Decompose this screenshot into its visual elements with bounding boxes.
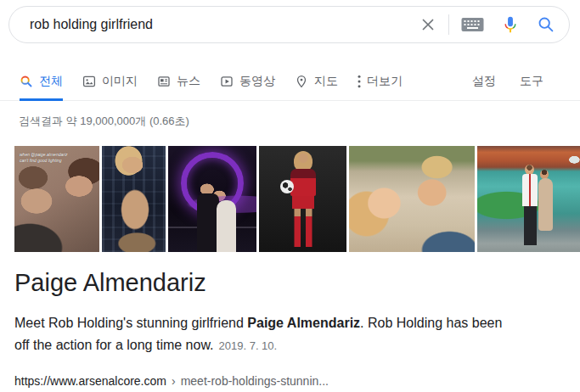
tab-more[interactable]: 더보기 — [358, 65, 403, 100]
tab-label: 동영상 — [239, 74, 275, 89]
breadcrumb-chevron: › — [172, 374, 176, 388]
tab-label: 지도 — [314, 74, 338, 89]
man-white-shirt-red-tie — [522, 174, 538, 206]
tab-label: 더보기 — [367, 74, 403, 89]
image-thumbnail-blonde-sitting[interactable] — [102, 146, 166, 252]
settings-link[interactable]: 설정 — [472, 74, 496, 92]
divider — [448, 14, 449, 35]
image-thumbnail-beach-selfie[interactable] — [349, 146, 475, 252]
image-thumbnail-red-soccer-kit[interactable] — [259, 146, 346, 252]
search-icon — [20, 75, 33, 88]
search-submit-icon[interactable] — [537, 15, 555, 34]
search-bar: rob holding girlfriend — [8, 6, 570, 43]
man-dark-trousers — [524, 206, 537, 245]
result-date: 2019. 7. 10. — [219, 339, 278, 352]
player-jersey — [290, 169, 316, 196]
image-results-strip: when @paige.almendariz can't find good l… — [14, 146, 580, 252]
tab-label: 전체 — [39, 74, 63, 89]
tab-videos[interactable]: 동영상 — [220, 65, 275, 100]
image-thumbnail-london-eye-couple[interactable] — [168, 146, 256, 252]
snippet-text: off the action for a long time now. — [14, 338, 214, 352]
result-snippet: Meet Rob Holding's stunning girlfriend P… — [14, 312, 571, 357]
keyboard-icon[interactable] — [461, 17, 484, 32]
player-shorts — [292, 196, 314, 209]
tab-all[interactable]: 전체 — [20, 65, 63, 100]
google-search-results-page: rob holding girlfriend — [0, 0, 580, 392]
image-thumbnail-couple-selfie[interactable]: when @paige.almendariz can't find good l… — [14, 146, 99, 252]
microphone-icon[interactable] — [501, 15, 520, 34]
result-type-tabs: 전체 이미지 뉴스 동영상 지도 — [0, 65, 580, 101]
result-stats: 검색결과 약 19,000,000개 (0.66초) — [19, 114, 189, 129]
result-url-breadcrumb[interactable]: https://www.arsenalcore.com›meet-rob-hol… — [14, 374, 329, 388]
image-icon — [82, 75, 96, 88]
tab-label: 이미지 — [102, 74, 138, 89]
result-title[interactable]: Paige Almendariz — [14, 268, 206, 297]
url-path: meet-rob-holdings-stunnin... — [181, 374, 329, 388]
tab-maps[interactable]: 지도 — [295, 65, 338, 100]
snippet-text: Meet Rob Holding's stunning girlfriend — [14, 316, 247, 330]
snippet-bold-text: Paige Almendariz — [247, 316, 360, 330]
player-socks — [294, 216, 312, 247]
tab-images[interactable]: 이미지 — [82, 65, 138, 100]
woman-white-coat — [217, 200, 236, 252]
search-bar-icons — [420, 14, 555, 35]
snippet-text: . Rob Holding has been — [360, 316, 502, 330]
search-input[interactable]: rob holding girlfriend — [30, 17, 420, 32]
tools-link[interactable]: 도구 — [520, 74, 543, 92]
image-thumbnail-stadium-couple[interactable] — [477, 146, 580, 252]
url-domain: https://www.arsenalcore.com — [14, 374, 166, 388]
woman-beige-dress — [538, 178, 553, 231]
tab-label: 뉴스 — [177, 74, 200, 89]
image-overlay-caption: when @paige.almendariz can't find good l… — [20, 152, 68, 164]
map-pin-icon — [295, 75, 308, 88]
clear-search-icon[interactable] — [420, 16, 436, 33]
news-icon — [157, 75, 171, 88]
tab-news[interactable]: 뉴스 — [157, 65, 200, 100]
video-icon — [220, 75, 234, 88]
soccer-ball — [280, 180, 294, 193]
more-vertical-icon — [358, 75, 361, 88]
player-legs — [294, 209, 312, 216]
